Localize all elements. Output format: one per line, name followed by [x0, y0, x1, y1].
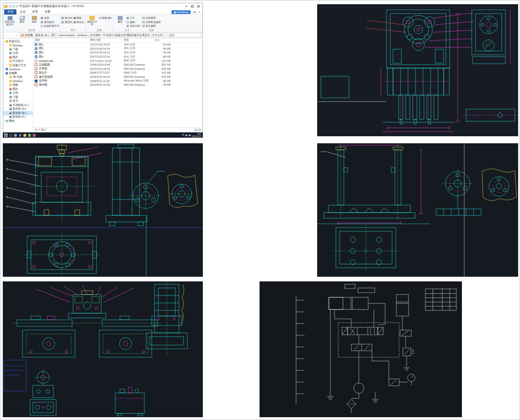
explorer-taskbar-icon[interactable] — [23, 134, 26, 137]
file-row[interactable]: 图3 2017/2/18 19:15 JPG 文件 46 KB — [33, 51, 202, 55]
sidebar-item[interactable]: 图片 — [3, 55, 33, 59]
search-box[interactable] — [168, 33, 201, 37]
corner-box — [321, 76, 349, 98]
sidebar-item[interactable]: 新建文件夹 — [3, 63, 33, 67]
start-button[interactable] — [4, 133, 7, 137]
sidebar-item[interactable]: 毕业设计 — [3, 59, 33, 64]
column-type[interactable]: 类型 — [122, 38, 153, 42]
app-icon-1[interactable] — [28, 134, 31, 137]
flange-strip-side-view — [436, 209, 481, 215]
file-size: 46 KB — [155, 51, 171, 54]
group-label-organize: 组织 — [61, 29, 84, 32]
maximize-button[interactable] — [189, 4, 195, 9]
paste-shortcut-button[interactable]: 粘贴快捷方式 — [41, 24, 59, 28]
paste-button[interactable]: 粘贴 — [29, 15, 40, 23]
properties-button[interactable]: 属性 — [114, 15, 126, 23]
copy-button[interactable]: 复制 — [16, 15, 28, 23]
select-all-button[interactable]: 全部选择 — [142, 16, 161, 20]
task-view-icon[interactable] — [14, 134, 17, 137]
up-button[interactable]: ↑ — [15, 33, 19, 37]
ribbon-group-clipboard: 固定到快速访问 复制 粘贴 剪切 复制路径 — [3, 15, 60, 32]
file-row[interactable]: 夹具体 2012/2/14 18:04 ZWCAD Drawing 201 KB — [33, 67, 202, 71]
copy-to-button[interactable]: 复制到 — [61, 21, 72, 24]
file-row[interactable]: 零件图 2012/5/18 10:05 ZWCAD Drawing 78 KB — [33, 83, 202, 87]
cloud-icon — [174, 12, 176, 13]
file-row[interactable]: 说明书 2008/9/11 11:04 Microsoft Word 文档 85… — [33, 79, 202, 83]
close-button[interactable] — [195, 4, 201, 9]
sidebar-item[interactable]: 视频 — [3, 83, 33, 88]
taskbar-clock[interactable]: 8:57 2021/1/27 — [192, 133, 201, 138]
pin-quick-access-button[interactable]: 固定到快速访问 — [4, 15, 15, 26]
sidebar-item[interactable]: 快速访问 — [3, 39, 33, 44]
tray-expand-icon[interactable] — [182, 134, 185, 137]
sidebar-item[interactable]: 网络 — [3, 119, 33, 123]
search-icon[interactable] — [9, 134, 12, 137]
open-button[interactable]: 打开 — [126, 16, 140, 20]
move-to-button[interactable]: 移动到 — [61, 16, 72, 20]
new-folder-icon — [89, 16, 95, 20]
copy-icon — [20, 16, 25, 20]
network-tray-icon[interactable] — [186, 134, 187, 136]
file-row[interactable]: 图2 2017/2/18 19:14 JPG 文件 35 KB — [33, 47, 202, 51]
minimize-button[interactable] — [183, 4, 189, 9]
history-button[interactable]: 历史记录 — [126, 24, 140, 28]
tab-share[interactable]: 共享 — [29, 9, 41, 15]
column-size[interactable]: 大小 — [153, 38, 171, 42]
sidebar-item[interactable]: 本地磁盘 (C:) — [3, 103, 33, 107]
sidebar-item[interactable]: 图片 — [3, 87, 33, 91]
sidebar-item[interactable]: 音乐 — [3, 99, 33, 103]
invert-selection-button[interactable]: 反向选择 — [142, 24, 161, 28]
volume-tray-icon[interactable] — [189, 134, 191, 136]
copy-path-button[interactable]: 复制路径 — [41, 21, 59, 24]
column-name[interactable]: 名称 — [33, 38, 89, 42]
sidebar-item[interactable]: 新加卷 (E:) — [3, 111, 33, 115]
sidebar-item[interactable]: 新加卷 (D:) — [3, 107, 33, 111]
quick-access-toolbar[interactable] — [9, 5, 18, 7]
search-input[interactable] — [168, 34, 201, 37]
file-row[interactable]: 总装配图 2008/10/14 8:49 ZWCAD Drawing 251 K… — [33, 63, 202, 67]
left-callout-rail — [296, 295, 305, 404]
edit-button[interactable]: 编辑 — [126, 21, 140, 24]
sidebar-item[interactable]: 新加卷 (F:) — [3, 115, 33, 119]
address-bar[interactable]: 此电脑 › 新加卷 (E:) › 用户 › Administrator › De… — [20, 33, 167, 37]
sidebar-item[interactable]: 下载 — [3, 47, 33, 52]
clamp-cylinder — [396, 295, 409, 328]
cut-button[interactable]: 剪切 — [41, 16, 59, 20]
title-bar[interactable]: 毕业设计-机械式专用铣床液压夹具设计（371文件） — [3, 3, 202, 9]
sidebar-item[interactable]: 下载 — [3, 95, 33, 99]
forward-button[interactable]: → — [9, 33, 14, 37]
onedrive-badge[interactable]: OneDrive — [171, 10, 191, 14]
tab-view[interactable]: 查看 — [41, 9, 53, 15]
breadcrumb[interactable]: 此电脑 › 新加卷 (E:) › 用户 › Administrator › De… — [25, 33, 165, 37]
windows-taskbar: 8:57 2021/1/27 — [3, 133, 203, 138]
column-date[interactable]: 修改日期 — [89, 38, 122, 42]
file-row[interactable]: 图1 2017/2/18 19:54 JPG 文件 16 KB — [33, 43, 202, 47]
sidebar-item[interactable]: 3D 对象 — [3, 75, 33, 80]
help-icon[interactable]: ? — [198, 11, 200, 14]
delete-button[interactable]: 删除 — [74, 16, 84, 20]
new-folder-button[interactable]: 新建文件夹 — [87, 15, 98, 26]
tab-file[interactable]: 文件 — [4, 9, 16, 15]
thumbnail-view-icon[interactable] — [198, 129, 201, 131]
navigation-row: ← → ↑ 此电脑 › 新加卷 (E:) › 用户 › Administrato… — [3, 32, 202, 38]
sidebar-item[interactable]: Desktop — [3, 79, 33, 83]
file-row[interactable]: 定位件 2006/7/27 11:57 DWG 文件 141 KB — [33, 71, 202, 75]
collapse-ribbon-icon[interactable] — [193, 11, 196, 13]
details-view-icon[interactable] — [194, 129, 197, 131]
sidebar-item[interactable]: 文档 — [3, 52, 33, 56]
sidebar-item[interactable]: 此电脑 — [3, 71, 33, 75]
sidebar-item-label: 新建文件夹 — [13, 63, 26, 67]
file-row[interactable]: 液压系统图 2012/2/14 18:04 ZWCAD Drawing 341 … — [33, 75, 202, 79]
sidebar-item[interactable]: Desktop — [3, 44, 33, 48]
new-item-button[interactable]: 新建项目 — [99, 16, 112, 20]
app-icon-2[interactable] — [33, 134, 36, 137]
rename-button[interactable]: 重命名 — [74, 21, 84, 24]
sidebar-item[interactable]: 文档 — [3, 91, 33, 96]
file-row[interactable]: 图4 2017/2/18 19:15 JPG 文件 85 KB — [33, 55, 202, 59]
sidebar-item[interactable]: OneDrive — [3, 67, 33, 72]
back-button[interactable]: ← — [4, 33, 8, 37]
browser-icon[interactable] — [19, 134, 22, 137]
select-none-button[interactable]: 全部取消选择 — [142, 21, 161, 24]
tab-home[interactable]: 主页 — [16, 9, 29, 15]
file-row[interactable]: a1a3zp.bak 2017/12/21 10:00 BAK 文件 141 K… — [33, 59, 202, 63]
